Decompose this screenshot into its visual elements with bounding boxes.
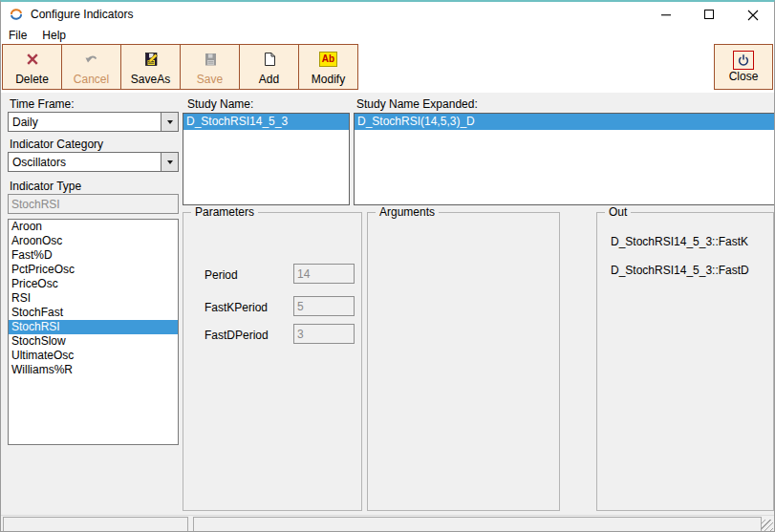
indicator-category-label: Indicator Category — [10, 138, 103, 151]
delete-x-icon — [25, 49, 40, 70]
indicator-list-item[interactable]: RSI — [9, 291, 178, 306]
indicator-list-item[interactable]: StochFast — [9, 306, 178, 320]
fastdperiod-field — [293, 324, 355, 344]
status-bar — [1, 515, 774, 532]
modify-button[interactable]: Ab Modify — [298, 44, 358, 90]
save-as-button-label: SaveAs — [131, 73, 170, 86]
cancel-button-label: Cancel — [74, 73, 109, 86]
indicator-category-value: Oscillators — [9, 153, 161, 171]
status-panel-left — [3, 517, 188, 532]
period-field — [293, 264, 355, 284]
maximize-icon — [704, 10, 715, 20]
add-button-label: Add — [259, 73, 279, 86]
indicator-list-item[interactable]: PriceOsc — [9, 277, 178, 291]
resize-grip[interactable] — [761, 520, 773, 532]
indicator-list-item[interactable]: StochSlow — [9, 334, 178, 349]
close-button-label: Close — [729, 70, 759, 83]
arguments-group-title: Arguments — [376, 205, 439, 219]
new-document-icon — [262, 49, 277, 70]
save-as-button[interactable]: SaveAs — [120, 44, 181, 90]
arguments-groupbox: Arguments — [367, 212, 560, 511]
indicator-category-combobox[interactable]: Oscillators — [8, 152, 179, 172]
indicator-type-field — [8, 194, 179, 214]
title-bar: Configure Indicators — [1, 2, 774, 27]
undo-arrow-icon — [84, 49, 99, 70]
study-name-expanded-selected-row[interactable]: D_StochRSI(14,5,3)_D — [355, 114, 774, 130]
close-window-button[interactable] — [731, 2, 774, 28]
indicator-type-label: Indicator Type — [10, 180, 81, 193]
indicator-list-item[interactable]: UltimateOsc — [9, 349, 178, 363]
time-frame-combobox[interactable]: Daily — [8, 112, 179, 132]
indicator-list-item[interactable]: Aroon — [9, 220, 178, 234]
configure-indicators-window: Configure Indicators File Help Delete — [0, 0, 775, 532]
parameters-group-title: Parameters — [191, 205, 258, 219]
save-button-label: Save — [197, 73, 223, 86]
menu-bar: File Help — [1, 28, 774, 43]
status-panel-right — [193, 517, 762, 532]
save-button[interactable]: Save — [180, 44, 240, 90]
fastkperiod-field — [293, 296, 355, 316]
parameters-groupbox: Parameters Period FastKPeriod FastDPerio… — [183, 212, 362, 511]
close-button[interactable]: Close — [714, 44, 773, 90]
delete-button-label: Delete — [15, 73, 49, 86]
time-frame-dropdown-button[interactable] — [161, 113, 178, 131]
indicator-category-dropdown-button[interactable] — [161, 153, 178, 171]
indicator-list-item[interactable]: Fast%D — [9, 248, 178, 263]
minimize-icon — [661, 10, 672, 20]
close-icon — [747, 10, 759, 21]
out-item-fastk: D_StochRSI14_5_3::FastK — [611, 235, 748, 248]
menu-help[interactable]: Help — [34, 29, 74, 42]
maximize-button[interactable] — [688, 2, 731, 28]
chevron-down-icon — [167, 120, 173, 124]
study-name-label: Study Name: — [187, 97, 253, 111]
time-frame-value: Daily — [9, 113, 161, 131]
add-button[interactable]: Add — [239, 44, 299, 90]
period-label: Period — [205, 268, 238, 282]
window-title: Configure Indicators — [31, 8, 133, 21]
modify-ab-icon: Ab — [319, 49, 337, 70]
indicator-list-item-selected[interactable]: StochRSI — [9, 320, 178, 334]
menu-file[interactable]: File — [1, 29, 34, 42]
power-icon — [733, 51, 754, 70]
out-groupbox: Out D_StochRSI14_5_3::FastK D_StochRSI14… — [596, 212, 774, 511]
study-name-listbox[interactable]: D_StochRSI14_5_3 — [183, 113, 350, 205]
study-name-selected-row[interactable]: D_StochRSI14_5_3 — [183, 114, 349, 130]
minimize-button[interactable] — [645, 2, 688, 28]
delete-button[interactable]: Delete — [2, 44, 62, 90]
study-name-expanded-label: Study Name Expanded: — [356, 97, 478, 111]
fastdperiod-label: FastDPeriod — [205, 329, 269, 342]
fastkperiod-label: FastKPeriod — [205, 301, 268, 314]
indicator-list-item[interactable]: PctPriceOsc — [9, 263, 178, 277]
out-item-fastd: D_StochRSI14_5_3::FastD — [611, 264, 749, 277]
indicator-list-item[interactable]: AroonOsc — [9, 234, 178, 248]
out-group-title: Out — [605, 205, 631, 219]
save-as-floppy-icon — [143, 49, 159, 70]
app-logo-icon — [9, 7, 24, 22]
toolbar-button-group: Delete Cancel — [2, 44, 358, 90]
time-frame-label: Time Frame: — [10, 97, 75, 111]
cancel-button[interactable]: Cancel — [61, 44, 121, 90]
save-floppy-icon — [203, 49, 218, 70]
indicator-listbox[interactable]: Aroon AroonOsc Fast%D PctPriceOsc PriceO… — [8, 219, 179, 445]
indicator-list-item[interactable]: Williams%R — [9, 363, 178, 377]
study-name-expanded-listbox[interactable]: D_StochRSI(14,5,3)_D — [354, 113, 775, 205]
chevron-down-icon — [167, 160, 173, 164]
toolbar: Delete Cancel — [1, 43, 774, 93]
modify-button-label: Modify — [312, 73, 345, 86]
